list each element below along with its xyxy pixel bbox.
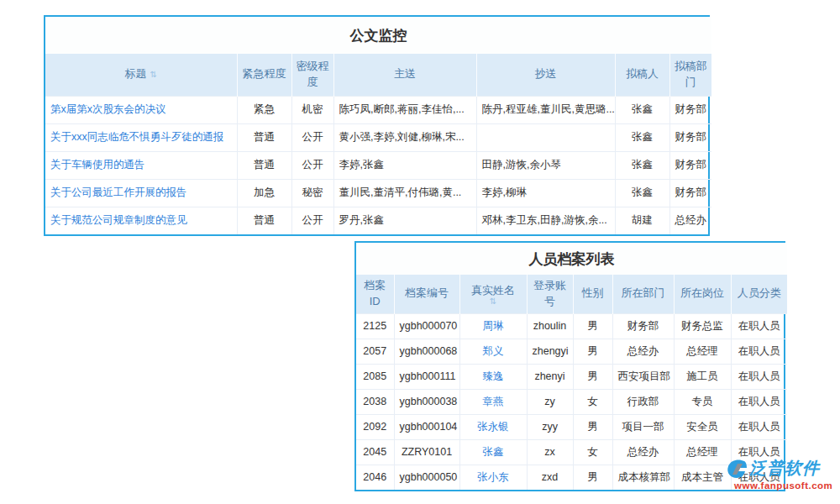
doc-cell-title: 关于公司最近工作开展的报告 [45, 179, 237, 207]
column-header-3[interactable]: 密级程度 [291, 54, 333, 96]
column-header-label: 人员分类 [738, 286, 781, 299]
doc-title-link[interactable]: 关于公司最近工作开展的报告 [50, 186, 187, 198]
personnel-table-header-row: 档案ID档案编号真实姓名⇅登录账号性别所在部门所在岗位人员分类 [356, 275, 787, 313]
doc-cell-drafter: 张鑫 [615, 96, 669, 123]
personnel-cell-archive-id: 2038 [356, 389, 394, 414]
personnel-cell-real-name: 臻逸 [459, 364, 527, 389]
personnel-table-row: 2125ygbh000070周琳zhoulin男财务部财务总监在职人员 [356, 313, 787, 339]
column-header-label: 紧急程度 [243, 67, 286, 80]
personnel-cell-category: 在职人员 [731, 389, 787, 414]
doc-cell-urgency: 普通 [237, 123, 291, 151]
column-header-1[interactable]: 档案ID [356, 275, 394, 313]
column-header-6[interactable]: 所在部门 [612, 275, 674, 313]
column-header-label: 档案编号 [405, 286, 449, 299]
doc-title-link[interactable]: 第x届第x次股东会的决议 [50, 103, 166, 115]
person-name-link[interactable]: 张永银 [477, 421, 509, 433]
column-header-label: 主送 [394, 67, 416, 80]
watermark-url: www.fanpusoft.com [734, 480, 838, 491]
personnel-cell-archive-no: ygbh000070 [394, 313, 459, 339]
column-header-1[interactable]: 标题⇅ [45, 54, 237, 96]
column-header-7[interactable]: 拟稿部门 [669, 54, 711, 96]
sort-icon[interactable]: ⇅ [463, 299, 524, 304]
personnel-cell-archive-no: ZZRY0101 [394, 439, 459, 465]
personnel-cell-gender: 女 [573, 439, 612, 465]
column-header-label: 标题 [125, 67, 147, 80]
personnel-table-title: 人员档案列表 [356, 243, 787, 275]
personnel-cell-department: 行政部 [612, 389, 674, 414]
doc-table-row: 关于车辆使用的通告普通公开李婷,张鑫田静,游恢,余小琴张鑫财务部 [45, 151, 711, 179]
column-header-label: 拟稿部门 [675, 60, 707, 88]
personnel-cell-real-name: 张小东 [459, 465, 527, 490]
personnel-cell-real-name: 张永银 [459, 414, 527, 439]
doc-monitor-table: 公文监控 标题⇅紧急程度密级程度主送抄送拟稿人拟稿部门 第x届第x次股东会的决议… [44, 15, 710, 236]
doc-title-link[interactable]: 关于xxx同志临危不惧勇斗歹徒的通报 [50, 131, 223, 143]
doc-cell-main_send: 董川民,董清平,付伟璐,黄... [333, 179, 476, 207]
person-name-link[interactable]: 张鑫 [483, 446, 504, 458]
column-header-2[interactable]: 紧急程度 [237, 54, 291, 96]
personnel-cell-department: 总经办 [612, 339, 674, 364]
personnel-cell-gender: 男 [573, 414, 612, 439]
column-header-label: 档案ID [364, 279, 386, 307]
doc-cell-title: 关于车辆使用的通告 [45, 151, 237, 179]
person-name-link[interactable]: 臻逸 [483, 370, 504, 382]
doc-cell-urgency: 普通 [237, 151, 291, 179]
column-header-5[interactable]: 抄送 [476, 54, 615, 96]
doc-cell-secrecy: 公开 [291, 151, 333, 179]
watermark-brand-text: 泛普软件 [749, 457, 820, 480]
personnel-cell-position: 成本主管 [674, 465, 731, 490]
doc-cell-draft_dept: 财务部 [669, 151, 711, 179]
doc-cell-draft_dept: 财务部 [669, 179, 711, 207]
person-name-link[interactable]: 章燕 [483, 396, 504, 407]
doc-table-title: 公文监控 [45, 17, 711, 54]
personnel-cell-real-name: 周琳 [459, 313, 527, 339]
column-header-4[interactable]: 主送 [333, 54, 476, 96]
doc-cell-main_send: 黄小强,李婷,刘健,柳琳,宋... [333, 123, 476, 151]
personnel-cell-archive-no: ygbh000038 [394, 389, 459, 414]
doc-table-row: 关于规范公司规章制度的意见普通公开罗丹,张鑫邓林,李卫东,田静,游恢,余...胡… [45, 207, 711, 234]
doc-title-link[interactable]: 关于规范公司规章制度的意见 [50, 214, 187, 226]
person-name-link[interactable]: 周琳 [483, 320, 504, 332]
personnel-table-row: 2085ygbh000111臻逸zhenyi男西安项目部施工员在职人员 [356, 364, 787, 389]
personnel-cell-login-account: zhenyi [527, 364, 573, 389]
doc-cell-draft_dept: 财务部 [669, 123, 711, 151]
personnel-cell-real-name: 章燕 [459, 389, 527, 414]
personnel-cell-archive-id: 2092 [356, 414, 394, 439]
person-name-link[interactable]: 张小东 [477, 471, 509, 483]
column-header-label: 性别 [582, 286, 604, 299]
column-header-7[interactable]: 所在岗位 [674, 275, 731, 313]
personnel-cell-position: 财务总监 [674, 313, 731, 339]
doc-cell-drafter: 张鑫 [615, 179, 669, 207]
column-header-label: 拟稿人 [626, 67, 659, 80]
personnel-cell-archive-no: ygbh000111 [394, 364, 459, 389]
doc-table-row: 第x届第x次股东会的决议紧急机密陈巧凤,断郎,蒋丽,李佳怡,...陈丹,程亚雄,… [45, 96, 711, 123]
sort-icon[interactable]: ⇅ [150, 70, 157, 79]
personnel-table-row: 2092ygbh000104张永银zyy男项目一部安全员在职人员 [356, 414, 787, 439]
personnel-cell-login-account: zx [527, 439, 573, 465]
column-header-2[interactable]: 档案编号 [394, 275, 459, 313]
doc-table-header-row: 标题⇅紧急程度密级程度主送抄送拟稿人拟稿部门 [45, 54, 711, 96]
column-header-6[interactable]: 拟稿人 [615, 54, 669, 96]
doc-title-link[interactable]: 关于车辆使用的通告 [50, 159, 145, 171]
column-header-label: 抄送 [535, 67, 557, 80]
column-header-3[interactable]: 真实姓名⇅ [459, 275, 527, 313]
column-header-8[interactable]: 人员分类 [731, 275, 787, 313]
personnel-cell-department: 项目一部 [612, 414, 674, 439]
personnel-cell-category: 在职人员 [731, 339, 787, 364]
personnel-table-row: 2046ygbh000050张小东zxd男成本核算部成本主管在职人员 [356, 465, 787, 490]
personnel-cell-department: 财务部 [612, 313, 674, 339]
personnel-cell-gender: 男 [573, 465, 612, 490]
personnel-cell-login-account: zy [527, 389, 573, 414]
doc-cell-title: 第x届第x次股东会的决议 [45, 96, 237, 123]
doc-cell-secrecy: 机密 [291, 96, 333, 123]
column-header-label: 密级程度 [297, 60, 329, 88]
doc-cell-cc: 田静,游恢,余小琴 [476, 151, 615, 179]
personnel-cell-position: 施工员 [674, 364, 731, 389]
doc-cell-main_send: 李婷,张鑫 [333, 151, 476, 179]
column-header-5[interactable]: 性别 [573, 275, 612, 313]
person-name-link[interactable]: 郑义 [483, 345, 504, 357]
personnel-cell-department: 成本核算部 [612, 465, 674, 490]
column-header-4[interactable]: 登录账号 [527, 275, 573, 313]
personnel-cell-login-account: zyy [527, 414, 573, 439]
personnel-cell-position: 总经理 [674, 339, 731, 364]
personnel-cell-archive-id: 2057 [356, 339, 394, 364]
